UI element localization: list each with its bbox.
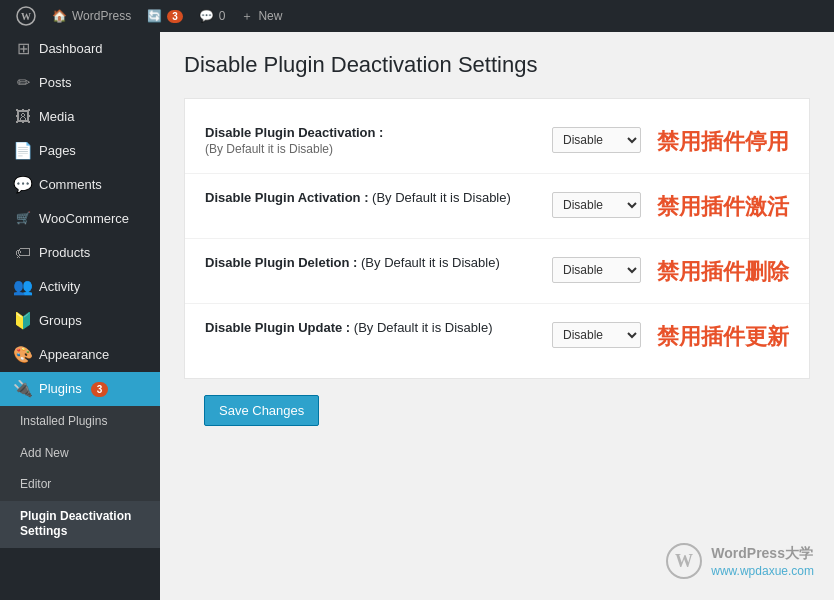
chinese-label-update: 禁用插件更新	[657, 322, 789, 352]
sidebar-item-label: Comments	[39, 177, 102, 194]
setting-row-deletion: Disable Plugin Deletion : (By Default it…	[185, 239, 809, 304]
svg-text:W: W	[675, 551, 693, 571]
chinese-label-deactivation: 禁用插件停用	[657, 127, 789, 157]
settings-box: Disable Plugin Deactivation : (By Defaul…	[184, 98, 810, 379]
watermark-logo-icon: W	[665, 542, 703, 580]
chinese-label-deletion: 禁用插件删除	[657, 257, 789, 287]
deactivation-select[interactable]: Disable Enable	[552, 127, 641, 153]
setting-label-text: Disable Plugin Activation : (By Default …	[205, 190, 511, 205]
groups-icon: 🔰	[14, 312, 32, 330]
setting-label-deactivation: Disable Plugin Deactivation : (By Defaul…	[205, 125, 532, 156]
sidebar-item-label: Activity	[39, 279, 80, 296]
comments-icon: 💬	[14, 176, 32, 194]
sidebar-item-label: Appearance	[39, 347, 109, 364]
setting-label-text: Disable Plugin Deletion : (By Default it…	[205, 255, 500, 270]
setting-hint: (By Default it is Disable)	[205, 142, 532, 156]
sidebar-item-label: Plugins	[39, 381, 82, 398]
sidebar-item-activity[interactable]: 👥 Activity	[0, 270, 160, 304]
sidebar-item-appearance[interactable]: 🎨 Appearance	[0, 338, 160, 372]
plugins-icon: 🔌	[14, 380, 32, 398]
products-icon: 🏷	[14, 244, 32, 262]
setting-control-deletion: Disable Enable 禁用插件删除	[552, 255, 789, 287]
update-select[interactable]: Disable Enable	[552, 322, 641, 348]
setting-label-text: Disable Plugin Deactivation :	[205, 125, 383, 140]
subitem-label: Editor	[20, 477, 51, 493]
layout: ⊞ Dashboard ✏ Posts 🖼 Media 📄 Pages 💬 Co…	[0, 32, 834, 600]
sidebar-item-label: WooCommerce	[39, 211, 129, 228]
pages-icon: 📄	[14, 142, 32, 160]
sidebar-submenu-plugins: Installed Plugins Add New Editor Plugin …	[0, 406, 160, 548]
subitem-label: Plugin Deactivation Settings	[20, 509, 150, 540]
appearance-icon: 🎨	[14, 346, 32, 364]
sidebar-item-label: Groups	[39, 313, 82, 330]
activity-icon: 👥	[14, 278, 32, 296]
setting-control-activation: Disable Enable 禁用插件激活	[552, 190, 789, 222]
sidebar-subitem-plugin-deactivation[interactable]: Plugin Deactivation Settings	[0, 501, 160, 548]
sidebar: ⊞ Dashboard ✏ Posts 🖼 Media 📄 Pages 💬 Co…	[0, 32, 160, 600]
activation-select[interactable]: Disable Enable	[552, 192, 641, 218]
media-icon: 🖼	[14, 108, 32, 126]
sidebar-item-plugins[interactable]: 🔌 Plugins 3	[0, 372, 160, 406]
topbar: W 🏠 WordPress 🔄 3 💬 0 ＋ New	[0, 0, 834, 32]
dashboard-icon: ⊞	[14, 40, 32, 58]
posts-icon: ✏	[14, 74, 32, 92]
sidebar-item-label: Media	[39, 109, 74, 126]
woocommerce-icon: 🛒	[14, 210, 32, 228]
main-content: Disable Plugin Deactivation Settings Dis…	[160, 32, 834, 600]
setting-label-text: Disable Plugin Update : (By Default it i…	[205, 320, 493, 335]
svg-text:W: W	[21, 11, 31, 22]
setting-control-deactivation: Disable Enable 禁用插件停用	[552, 125, 789, 157]
sidebar-item-products[interactable]: 🏷 Products	[0, 236, 160, 270]
sidebar-item-label: Pages	[39, 143, 76, 160]
sidebar-item-comments[interactable]: 💬 Comments	[0, 168, 160, 202]
sidebar-subitem-add-new[interactable]: Add New	[0, 438, 160, 470]
topbar-new[interactable]: ＋ New	[233, 0, 290, 32]
sidebar-item-media[interactable]: 🖼 Media	[0, 100, 160, 134]
sidebar-item-label: Posts	[39, 75, 72, 92]
setting-label-activation: Disable Plugin Activation : (By Default …	[205, 190, 532, 205]
sidebar-item-label: Products	[39, 245, 90, 262]
setting-row-update: Disable Plugin Update : (By Default it i…	[185, 304, 809, 368]
watermark-brand: WordPress大学	[711, 544, 814, 564]
subitem-label: Add New	[20, 446, 69, 462]
sidebar-item-pages[interactable]: 📄 Pages	[0, 134, 160, 168]
sidebar-item-groups[interactable]: 🔰 Groups	[0, 304, 160, 338]
sidebar-subitem-editor[interactable]: Editor	[0, 469, 160, 501]
watermark-url: www.wpdaxue.com	[711, 564, 814, 578]
page-title: Disable Plugin Deactivation Settings	[184, 52, 810, 78]
topbar-comments[interactable]: 💬 0	[191, 0, 234, 32]
deletion-select[interactable]: Disable Enable	[552, 257, 641, 283]
topbar-site-name[interactable]: 🏠 WordPress	[44, 0, 139, 32]
sidebar-item-woocommerce[interactable]: 🛒 WooCommerce	[0, 202, 160, 236]
setting-label-update: Disable Plugin Update : (By Default it i…	[205, 320, 532, 335]
sidebar-subitem-installed-plugins[interactable]: Installed Plugins	[0, 406, 160, 438]
plugins-badge: 3	[91, 382, 109, 397]
topbar-wp-logo[interactable]: W	[8, 0, 44, 32]
topbar-updates[interactable]: 🔄 3	[139, 0, 191, 32]
sidebar-item-dashboard[interactable]: ⊞ Dashboard	[0, 32, 160, 66]
watermark: W WordPress大学 www.wpdaxue.com	[665, 542, 814, 580]
setting-label-deletion: Disable Plugin Deletion : (By Default it…	[205, 255, 532, 270]
subitem-label: Installed Plugins	[20, 414, 107, 430]
chinese-label-activation: 禁用插件激活	[657, 192, 789, 222]
setting-row-deactivation: Disable Plugin Deactivation : (By Defaul…	[185, 109, 809, 174]
sidebar-item-posts[interactable]: ✏ Posts	[0, 66, 160, 100]
sidebar-item-label: Dashboard	[39, 41, 103, 58]
setting-row-activation: Disable Plugin Activation : (By Default …	[185, 174, 809, 239]
setting-control-update: Disable Enable 禁用插件更新	[552, 320, 789, 352]
save-button[interactable]: Save Changes	[204, 395, 319, 426]
